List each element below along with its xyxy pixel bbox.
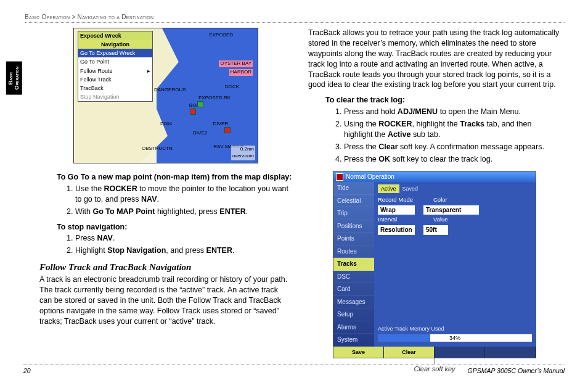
map-menu-item: Stop Navigation — [78, 93, 152, 101]
procedure-steps: Use the ROCKER to move the pointer to th… — [75, 184, 292, 217]
step: Press and hold ADJ/MENU to open the Main… — [344, 107, 561, 117]
step: Using the ROCKER, highlight the Tracks t… — [344, 119, 561, 140]
tab: System — [333, 334, 374, 347]
map-label: OYSTER BAY — [219, 60, 253, 67]
figure-map-screenshot: Exposed Wreck Navigation Go To Exposed W… — [73, 28, 258, 163]
map-waypoint-icon — [197, 101, 203, 107]
softkey-empty — [485, 347, 536, 358]
callout-line-icon — [435, 358, 435, 364]
map-menu-item: Follow Route▸ — [78, 67, 152, 75]
map-menu-item: TracBack — [78, 84, 152, 93]
figure-settings-screenshot: Normal Operation Tide Celestial Trip Pos… — [333, 171, 536, 358]
page-footer: 20 GPSMAP 3005C Owner’s Manual — [23, 364, 565, 374]
softkey-empty — [435, 347, 485, 358]
section-side-tab: Basic Operation — [6, 62, 22, 95]
map-menu-item: Follow Track — [78, 75, 152, 84]
softkey-save: Save — [333, 347, 384, 358]
field-label: Record Mode — [378, 196, 425, 204]
map-menu-heading: Navigation — [78, 40, 152, 49]
section-heading: Follow Track and TracBack Navigation — [39, 261, 292, 273]
tab: Positions — [333, 220, 374, 233]
screen-main-panel: ActiveSaved Record Mode Color Wrap Trans… — [374, 182, 536, 347]
screen-tab-list: Tide Celestial Trip Positions Points Rou… — [333, 182, 374, 347]
map-label: HARBOR — [229, 69, 253, 76]
softkey-clear: Clear — [384, 347, 435, 358]
body-paragraph: TracBack allows you to retrace your path… — [308, 28, 561, 90]
tab: Tide — [333, 182, 374, 195]
body-paragraph: A track is an electronic breadcrumb trai… — [39, 274, 292, 326]
map-waypoint-icon — [224, 127, 231, 133]
side-tab-line1: Basic — [7, 72, 14, 84]
left-column: Exposed Wreck Navigation Go To Exposed W… — [39, 28, 292, 373]
procedure-heading: To stop navigation: — [57, 222, 292, 233]
field-label: Value — [433, 216, 464, 224]
field-label: Interval — [378, 216, 425, 224]
step: Press the OK soft key to clear the track… — [344, 154, 561, 165]
procedure-heading: To clear the track log: — [325, 95, 561, 105]
field-value: Resolution — [378, 225, 415, 235]
tab: Trip — [333, 207, 374, 220]
step: Use the ROCKER to move the pointer to th… — [75, 184, 292, 205]
tab-selected: Tracks — [333, 258, 374, 271]
manual-title: GPSMAP 3005C Owner’s Manual — [468, 367, 565, 374]
field-value: 50ft — [423, 225, 448, 235]
tab: Routes — [333, 245, 374, 258]
map-label: D004 — [160, 121, 172, 128]
map-label: DIVE2 — [193, 130, 207, 137]
tab: Alarms — [333, 321, 374, 334]
tab: DSC — [333, 271, 374, 284]
field-value: Wrap — [378, 205, 415, 215]
map-menu-item: Go To Point — [78, 57, 152, 66]
map-title-bar: Exposed Wreck — [78, 31, 152, 40]
tab: Celestial — [333, 195, 374, 208]
screen-titlebar: Normal Operation — [333, 171, 536, 183]
field-value: Transparent — [423, 205, 479, 215]
softkey-row: Save Clear — [333, 347, 536, 358]
map-scale: 0.2nm overzoom — [231, 146, 255, 160]
procedure-steps: Press and hold ADJ/MENU to open the Main… — [344, 107, 561, 164]
tab: Setup — [333, 308, 374, 321]
map-label: EXPOSED — [209, 32, 233, 39]
procedure-heading: To Go To a new map point (non-map item) … — [57, 172, 292, 183]
breadcrumb: Basic Operation > Navigating to a Destin… — [25, 14, 565, 23]
subtab-active: Active — [378, 184, 399, 193]
subtab-saved: Saved — [399, 184, 422, 193]
map-waypoint-icon — [190, 109, 196, 115]
procedure-steps: Press NAV. Highlight Stop Navigation, an… — [75, 233, 292, 256]
memory-bar: 34% — [378, 334, 532, 342]
right-column: TracBack allows you to retrace your path… — [308, 28, 561, 373]
step: Press the Clear soft key. A confirmation… — [344, 142, 561, 152]
memory-label: Active Track Memory Used — [378, 325, 532, 332]
map-menu-item: Go To Exposed Wreck — [78, 49, 152, 57]
step: Highlight Stop Navigation, and press ENT… — [75, 245, 292, 256]
tab: Card — [333, 283, 374, 296]
step: Press NAV. — [75, 233, 292, 244]
map-label: DANGEROUS — [154, 87, 186, 94]
memory-percent: 34% — [449, 334, 460, 342]
page-number: 20 — [23, 367, 31, 374]
step: With Go To MAP Point highlighted, press … — [75, 207, 292, 217]
field-label: Color — [433, 196, 464, 204]
side-tab-line2: Operation — [14, 67, 20, 90]
tab: Messages — [333, 296, 374, 309]
tab: Points — [333, 233, 374, 245]
map-label: OBSTRUCTN — [142, 146, 173, 152]
map-nav-menu: Exposed Wreck Navigation Go To Exposed W… — [78, 31, 153, 102]
map-label: DOCK — [225, 84, 239, 91]
